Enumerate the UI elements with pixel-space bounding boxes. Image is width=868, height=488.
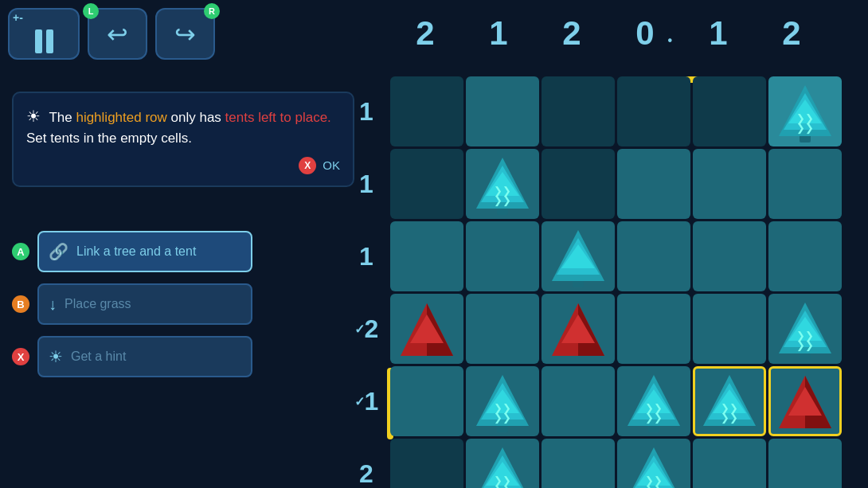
col-num-0: 2 [390, 14, 460, 53]
cell-0-3[interactable] [617, 76, 690, 146]
top-bar: +- L ↩ R ↪ [8, 8, 215, 60]
cell-3-5[interactable]: ❯❯ ❯❯ [768, 294, 842, 364]
cell-3-2[interactable] [542, 294, 615, 364]
hint-box: ☀ The highlighted row only has tents lef… [12, 92, 354, 187]
tree-svg-3-5: ❯❯ ❯❯ [777, 298, 833, 360]
tree-svg-4-3: ❯❯ ❯❯ [626, 370, 682, 432]
ok-label[interactable]: OK [323, 157, 340, 175]
b-badge: B [12, 295, 29, 313]
cell-5-2[interactable] [542, 439, 615, 488]
cell-5-4[interactable] [693, 439, 766, 488]
action-row-grass: B ↓ Place grass [12, 283, 252, 325]
cell-4-0[interactable] [390, 366, 463, 436]
cell-3-0[interactable] [390, 294, 463, 364]
col-num-3: 0 • [610, 14, 680, 53]
cell-1-4[interactable] [693, 149, 766, 219]
tree-svg-5-3: ❯❯ ❯❯ [626, 443, 682, 488]
grass-action-button[interactable]: ↓ Place grass [37, 283, 252, 325]
hint-label: Get a hint [71, 349, 126, 364]
cell-4-5[interactable] [768, 366, 842, 436]
svg-text:❯❯: ❯❯ [796, 339, 814, 352]
l-badge: L [83, 3, 99, 19]
col-num-1: 1 [463, 14, 534, 53]
cell-5-5[interactable] [768, 439, 842, 488]
link-label: Link a tree and a tent [76, 244, 196, 259]
row-num-4: ✓1 [350, 366, 382, 436]
cell-2-5[interactable] [768, 221, 842, 291]
cell-5-0[interactable] [390, 439, 463, 488]
cell-1-2[interactable] [542, 149, 615, 219]
cell-2-1[interactable] [466, 221, 539, 291]
redo-button[interactable]: R ↪ [155, 8, 215, 60]
cell-2-0[interactable] [390, 221, 463, 291]
cell-5-3[interactable]: ❯❯ ❯❯ [617, 439, 690, 488]
hint-ok-row: X OK [26, 157, 340, 175]
col-num-4: 1 [683, 14, 753, 53]
cell-5-1[interactable]: ❯❯ ❯❯ [466, 439, 539, 488]
tent-svg-3-2 [550, 302, 606, 356]
pause-button[interactable]: +- [8, 8, 80, 60]
svg-text:❯❯: ❯❯ [494, 484, 511, 488]
cell-4-1[interactable]: ❯❯ ❯❯ [466, 366, 539, 436]
cell-2-4[interactable] [693, 221, 766, 291]
cell-4-4[interactable]: ❯❯ ❯❯ [693, 366, 766, 436]
column-numbers: 2 1 2 0 • 1 2 [390, 14, 827, 53]
cell-0-1[interactable] [466, 76, 539, 146]
cell-0-4[interactable] [693, 76, 766, 146]
cell-3-4[interactable] [693, 294, 766, 364]
cell-3-1[interactable] [466, 294, 539, 364]
hint-action-button[interactable]: ☀ Get a hint [37, 336, 252, 377]
cell-1-1[interactable]: ❯❯ ❯❯ [466, 149, 539, 219]
cell-2-2[interactable] [542, 221, 615, 291]
undo-icon: ↩ [107, 19, 128, 49]
col-num-5: 2 [757, 14, 827, 53]
row-num-2: 1 [350, 221, 382, 291]
redo-icon: ↪ [174, 19, 196, 49]
cell-0-5[interactable]: ❯❯ ❯❯ [768, 76, 842, 146]
cell-0-2[interactable] [542, 76, 615, 146]
svg-text:❯❯: ❯❯ [494, 194, 511, 207]
cell-1-3[interactable] [617, 149, 690, 219]
a-badge: A [12, 243, 29, 260]
pause-icon [33, 27, 55, 55]
svg-text:❯❯: ❯❯ [796, 122, 814, 135]
hint-red: tents left to place. [225, 110, 331, 125]
row-numbers: 1 1 1 ✓2 ✓1 2 [350, 76, 382, 488]
cell-0-0[interactable] [390, 76, 463, 146]
svg-text:❯❯: ❯❯ [645, 484, 663, 488]
cell-1-0[interactable] [390, 149, 463, 219]
link-action-button[interactable]: 🔗 Link a tree and a tent [37, 231, 252, 272]
undo-button[interactable]: L ↩ [88, 8, 147, 60]
link-icon: 🔗 [49, 242, 68, 261]
hint-sun-icon: ☀ [26, 104, 41, 128]
grass-label: Place grass [65, 297, 131, 311]
grass-icon: ↓ [49, 295, 57, 314]
cell-2-3[interactable] [617, 221, 690, 291]
cell-1-5[interactable] [768, 149, 842, 219]
svg-text:❯❯: ❯❯ [494, 412, 511, 424]
tree-svg-4-4: ❯❯ ❯❯ [702, 370, 757, 432]
tree-svg-4-1: ❯❯ ❯❯ [475, 370, 530, 432]
tree-svg-5-1: ❯❯ ❯❯ [475, 443, 530, 488]
hint-text: ☀ The highlighted row only has tents lef… [26, 104, 340, 149]
action-buttons: A 🔗 Link a tree and a tent B ↓ Place gra… [12, 231, 252, 377]
x-badge: X [12, 348, 29, 365]
tent-svg-3-0 [399, 302, 455, 356]
action-row-hint: X ☀ Get a hint [12, 336, 252, 377]
plusminus-label: +- [13, 11, 23, 24]
row-num-0: 1 [350, 76, 382, 146]
ok-x-button[interactable]: X [299, 157, 316, 174]
tree-svg-1-1: ❯❯ ❯❯ [475, 153, 530, 215]
tent-svg-4-5 [777, 374, 833, 428]
svg-text:❯❯: ❯❯ [721, 412, 738, 424]
tree-svg-0-5: ❯❯ ❯❯ [777, 80, 833, 142]
cell-3-3[interactable] [617, 294, 690, 364]
row-num-1: 1 [350, 149, 382, 219]
col-num-2: 2 [537, 14, 607, 53]
row-num-5: 2 [350, 439, 382, 488]
cell-4-3[interactable]: ❯❯ ❯❯ [617, 366, 690, 436]
cell-4-2[interactable] [542, 366, 615, 436]
r-badge: R [204, 3, 220, 19]
tree-svg-2-2 [550, 225, 606, 287]
col3-dot: • [667, 33, 672, 48]
